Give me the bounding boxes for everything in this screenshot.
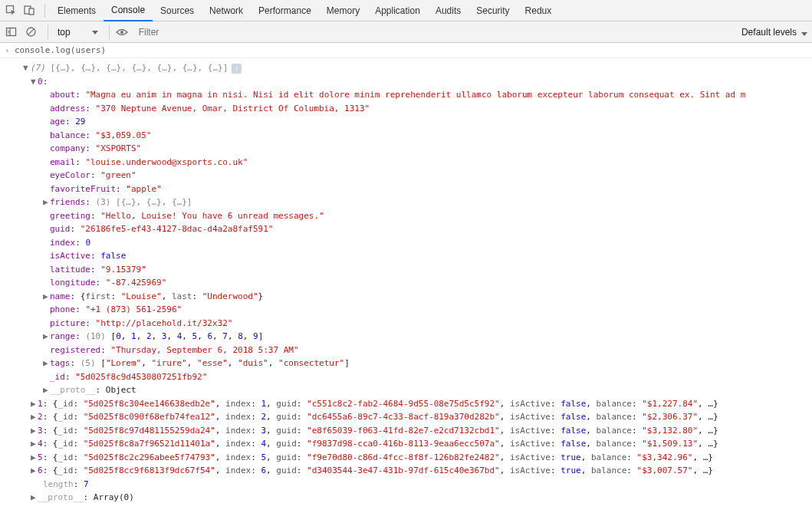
tab-security[interactable]: Security <box>468 1 517 21</box>
expand-toggle[interactable]: ▶ <box>31 464 38 478</box>
expand-toggle[interactable]: ▶ <box>31 451 38 465</box>
svg-rect-2 <box>29 8 34 15</box>
expand-toggle[interactable]: ▶ <box>43 357 50 370</box>
expand-toggle[interactable]: ▶ <box>43 290 50 304</box>
svg-line-6 <box>28 29 34 35</box>
svg-rect-3 <box>6 28 15 36</box>
divider <box>109 25 110 39</box>
tab-elements[interactable]: Elements <box>50 1 104 21</box>
array-proto[interactable]: ▶__proto__: Array(0) <box>5 491 807 505</box>
index-row[interactable]: ▶2: {_id: "5d025f8c090f68efb74fea12", in… <box>5 410 807 424</box>
prop-age[interactable]: age: 29 <box>5 115 807 129</box>
console-toolbar: top Default levels <box>0 21 812 43</box>
prop-picture[interactable]: picture: "http://placehold.it/32x32" <box>5 317 807 331</box>
expand-toggle[interactable]: ▼ <box>31 75 38 89</box>
prop-about[interactable]: about: "Magna eu anim in magna in nisi. … <box>5 88 807 102</box>
index-row[interactable]: ▶1: {_id: "5d025f8c304ee146638edb2e", in… <box>5 397 807 411</box>
prop-isactive[interactable]: isActive: false <box>5 249 807 263</box>
svg-point-7 <box>120 31 123 34</box>
prop-index[interactable]: index: 0 <box>5 236 807 250</box>
index-row[interactable]: ▶5: {_id: "5d025f8c2c296abee5f74793", in… <box>5 451 807 465</box>
expand-toggle[interactable]: ▶ <box>43 383 50 397</box>
context-selector[interactable]: top <box>53 25 101 39</box>
prop-proto[interactable]: ▶__proto__: Object <box>5 383 807 397</box>
index-row[interactable]: ▶4: {_id: "5d025f8c8a7f96521d11401a", in… <box>5 437 807 451</box>
divider <box>48 25 48 39</box>
expand-toggle[interactable]: ▶ <box>31 397 38 411</box>
sidebar-toggle-icon[interactable] <box>3 25 18 40</box>
prop-company[interactable]: company: "XSPORTS" <box>5 142 807 156</box>
log-levels-selector[interactable]: Default levels <box>737 27 809 38</box>
prop-balance[interactable]: balance: "$3,059.05" <box>5 129 807 143</box>
prop-name[interactable]: ▶name: {first: "Louise", last: "Underwoo… <box>5 290 807 304</box>
expand-toggle[interactable]: ▶ <box>31 491 38 505</box>
prop-longitude[interactable]: longitude: "-87.425969" <box>5 276 807 290</box>
console-output: ▼(7) [{…}, {…}, {…}, {…}, {…}, {…}, {…}]… <box>0 58 812 512</box>
clear-console-icon[interactable] <box>23 25 38 40</box>
command-text: console.log(users) <box>15 45 106 55</box>
index-row[interactable]: ▶6: {_id: "5d025f8cc9f6813f9dc67f54", in… <box>5 464 807 478</box>
tab-network[interactable]: Network <box>202 1 251 21</box>
chevron-right-icon: › <box>5 45 12 55</box>
expand-toggle[interactable]: ▶ <box>31 437 38 451</box>
prop-phone[interactable]: phone: "+1 (873) 561-2596" <box>5 303 807 317</box>
index-row[interactable]: ▶3: {_id: "5d025f8c97d481155259da24", in… <box>5 424 807 438</box>
tab-performance[interactable]: Performance <box>251 1 319 21</box>
inspect-icon[interactable] <box>3 3 18 18</box>
expand-toggle[interactable]: ▶ <box>31 424 38 438</box>
tab-application[interactable]: Application <box>367 1 428 21</box>
tab-sources[interactable]: Sources <box>153 1 202 21</box>
info-icon[interactable]: i <box>232 64 242 74</box>
prop-id[interactable]: _id: "5d025f8c9d4530807251fb92" <box>5 370 807 384</box>
console-input-echo: › console.log(users) <box>0 43 812 58</box>
filter-input[interactable] <box>134 25 737 39</box>
devtools-tabbar: Elements Console Sources Network Perform… <box>0 0 812 21</box>
array-length[interactable]: length: 7 <box>5 478 807 492</box>
prop-tags[interactable]: ▶tags: (5) ["Lorem", "irure", "esse", "d… <box>5 357 807 370</box>
tab-console[interactable]: Console <box>104 0 153 21</box>
prop-email[interactable]: email: "louise.underwood@xsports.co.uk" <box>5 156 807 169</box>
device-toggle-icon[interactable] <box>21 3 37 18</box>
prop-registered[interactable]: registered: "Thursday, September 6, 2018… <box>5 344 807 357</box>
expand-toggle[interactable]: ▶ <box>31 410 38 424</box>
tab-audits[interactable]: Audits <box>428 1 468 21</box>
prop-guid[interactable]: guid: "26186fe5-ef43-4127-8dac-d4a2a8faf… <box>5 222 807 236</box>
expand-toggle[interactable]: ▶ <box>43 196 50 209</box>
prop-address[interactable]: address: "370 Neptune Avenue, Omar, Dist… <box>5 102 807 116</box>
expand-toggle[interactable]: ▼ <box>23 61 30 75</box>
tab-memory[interactable]: Memory <box>319 1 367 21</box>
prop-eyecolor[interactable]: eyeColor: "green" <box>5 169 807 183</box>
array-summary[interactable]: ▼(7) [{…}, {…}, {…}, {…}, {…}, {…}, {…}]… <box>5 61 807 75</box>
expand-toggle[interactable]: ▶ <box>43 330 50 344</box>
tab-redux[interactable]: Redux <box>518 1 560 21</box>
divider <box>44 4 45 18</box>
array-count: (7) [{…}, {…}, {…}, {…}, {…}, {…}, {…}] <box>30 63 228 73</box>
live-expression-icon[interactable] <box>114 25 130 40</box>
prop-friends[interactable]: ▶friends: (3) [{…}, {…}, {…}] <box>5 196 807 209</box>
prop-favoritefruit[interactable]: favoriteFruit: "apple" <box>5 183 807 196</box>
prop-range[interactable]: ▶range: (10) [0, 1, 2, 3, 4, 5, 6, 7, 8,… <box>5 330 807 344</box>
prop-latitude[interactable]: latitude: "9.15379" <box>5 263 807 277</box>
index-0-header[interactable]: ▼0: <box>5 75 807 89</box>
prop-greeting[interactable]: greeting: "Hello, Louise! You have 6 unr… <box>5 209 807 223</box>
